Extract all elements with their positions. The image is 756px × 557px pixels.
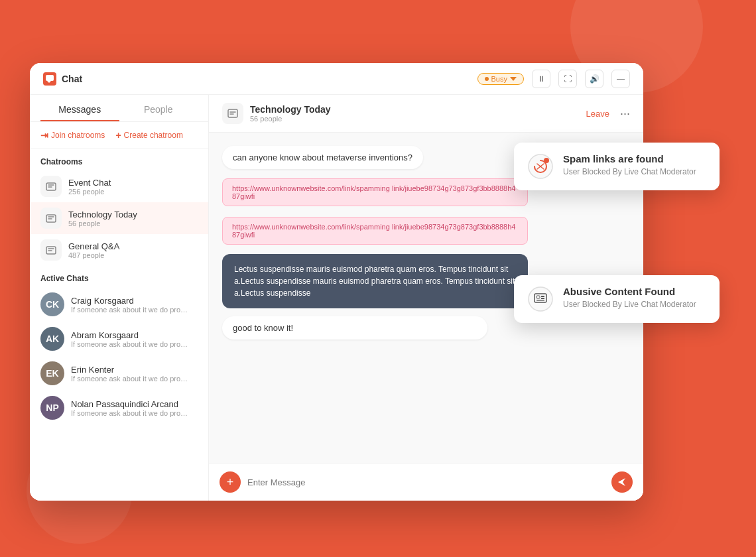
status-badge[interactable]: Busy xyxy=(477,73,524,85)
good-message: good to know it! xyxy=(222,316,487,340)
create-chatroom-link[interactable]: + Create chatroom xyxy=(115,130,183,141)
leave-button[interactable]: Leave xyxy=(586,109,609,119)
dark-message: Lectus suspendisse mauris euismod pharet… xyxy=(222,254,528,308)
title-bar-left: Chat xyxy=(43,72,82,86)
svg-rect-13 xyxy=(536,300,544,301)
spam-notification-icon xyxy=(527,153,554,180)
chatroom-event-icon xyxy=(40,176,62,197)
chatroom-item-technology[interactable]: Technology Today 56 people xyxy=(30,202,208,234)
chatroom-tech-icon xyxy=(40,208,62,229)
tab-people[interactable]: People xyxy=(119,95,198,121)
sidebar: Messages People ⇥ Join chatrooms + Creat… xyxy=(30,95,209,501)
more-options-button[interactable]: ··· xyxy=(620,107,630,121)
avatar-craig: CK xyxy=(40,292,64,316)
spam-notification-text: Spam links are found User Blocked By Liv… xyxy=(563,153,696,176)
chat-info-abram: Abram Korsgaard If someone ask about it … xyxy=(71,330,190,348)
chatroom-event-info: Event Chat 256 people xyxy=(68,178,111,196)
add-attachment-button[interactable]: + xyxy=(220,471,241,493)
spam-notification-title: Spam links are found xyxy=(563,153,696,164)
svg-point-8 xyxy=(529,287,552,311)
bubble-metaverse: can anyone know about metaverse inventio… xyxy=(222,146,423,169)
chat-app-icon xyxy=(43,72,56,86)
spam-link-1: https://www.unknownwebsite.com/link/spam… xyxy=(222,178,528,206)
svg-rect-0 xyxy=(46,75,54,81)
avatar-nolan: NP xyxy=(40,396,64,420)
avatar-abram: AK xyxy=(40,327,64,351)
active-chat-abram[interactable]: AK Abram Korsgaard If someone ask about … xyxy=(30,322,208,356)
svg-rect-11 xyxy=(541,296,544,297)
chatrooms-header: Chatrooms xyxy=(30,149,208,170)
abusive-notification-text: Abusive Content Found User Blocked By Li… xyxy=(563,286,696,309)
abusive-notification-subtitle: User Blocked By Live Chat Moderator xyxy=(563,300,696,309)
chatroom-general-icon xyxy=(40,239,62,261)
chat-header-right: Leave ··· xyxy=(586,107,630,121)
title-bar: Chat Busy ⏸ ⛶ 🔊 — xyxy=(30,63,643,95)
chat-info-nolan: Nolan Passaquindici Arcand If someone as… xyxy=(71,399,190,417)
chatroom-item-general-qa[interactable]: General Q&A 487 people xyxy=(30,234,208,266)
svg-rect-12 xyxy=(541,298,544,299)
expand-button[interactable]: ⛶ xyxy=(558,70,577,88)
message-metaverse: can anyone know about metaverse inventio… xyxy=(222,146,423,169)
tabs: Messages People xyxy=(30,95,208,122)
volume-button[interactable]: 🔊 xyxy=(585,70,603,88)
spam-link-2: https://www.unknownwebsite.com/link/spam… xyxy=(222,217,528,245)
chat-info-erin: Erin Kenter If someone ask about it we d… xyxy=(71,365,190,383)
app-title: Chat xyxy=(62,74,82,84)
abusive-notification-icon xyxy=(527,286,554,312)
spam-notification-card: Spam links are found User Blocked By Liv… xyxy=(514,143,720,190)
chat-info-craig: Craig Korsgaard If someone ask about it … xyxy=(71,296,190,314)
create-icon: + xyxy=(115,130,121,141)
chatroom-item-event-chat[interactable]: Event Chat 256 people xyxy=(30,170,208,202)
minimize-button[interactable]: — xyxy=(611,70,630,88)
abusive-notification-title: Abusive Content Found xyxy=(563,286,696,297)
active-chat-craig[interactable]: CK Craig Korsgaard If someone ask about … xyxy=(30,287,208,322)
active-chats-header: Active Chats xyxy=(30,266,208,287)
title-bar-controls: Busy ⏸ ⛶ 🔊 — xyxy=(477,70,630,88)
join-chatrooms-link[interactable]: ⇥ Join chatrooms xyxy=(40,130,105,141)
svg-marker-1 xyxy=(47,81,51,83)
message-input[interactable] xyxy=(247,477,605,487)
pause-button[interactable]: ⏸ xyxy=(532,70,550,88)
svg-point-7 xyxy=(544,158,549,163)
sidebar-actions: ⇥ Join chatrooms + Create chatroom xyxy=(30,122,208,149)
spam-notification-subtitle: User Blocked By Live Chat Moderator xyxy=(563,167,696,176)
join-icon: ⇥ xyxy=(40,130,48,141)
abusive-notification-card: Abusive Content Found User Blocked By Li… xyxy=(514,275,720,323)
status-dot xyxy=(485,77,489,81)
active-chat-nolan[interactable]: NP Nolan Passaquindici Arcand If someone… xyxy=(30,391,208,425)
send-button[interactable] xyxy=(611,471,633,493)
tab-messages[interactable]: Messages xyxy=(40,95,119,121)
chat-header: Technology Today 56 people Leave ··· xyxy=(209,95,643,133)
chatroom-general-info: General Q&A 487 people xyxy=(68,241,119,259)
svg-rect-5 xyxy=(228,109,237,117)
chat-room-icon xyxy=(222,103,243,124)
avatar-erin: EK xyxy=(40,361,64,385)
message-input-area: + xyxy=(209,463,643,501)
active-chat-erin[interactable]: EK Erin Kenter If someone ask about it w… xyxy=(30,356,208,391)
chatroom-tech-info: Technology Today 56 people xyxy=(68,210,137,227)
chat-header-left: Technology Today 56 people xyxy=(222,103,331,124)
chat-room-info: Technology Today 56 people xyxy=(250,104,331,123)
